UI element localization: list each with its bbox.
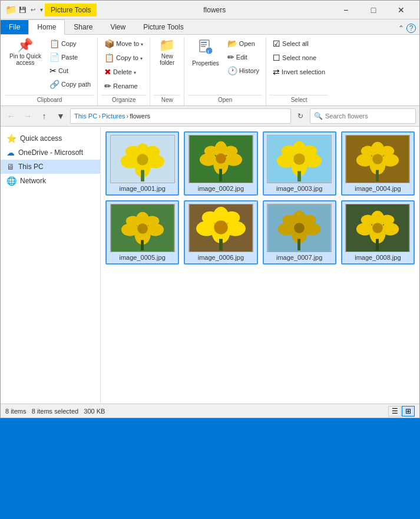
file-name: image_0008.jpg bbox=[355, 254, 401, 261]
delete-button[interactable]: ✖ Delete ▾ bbox=[101, 65, 146, 78]
close-button[interactable]: ✕ bbox=[388, 2, 415, 18]
pin-to-quick-access-button[interactable]: 📌 Pin to Quickaccess bbox=[5, 37, 45, 68]
invert-selection-button[interactable]: ⇄ Invert selection bbox=[270, 65, 328, 78]
forward-button[interactable]: → bbox=[21, 109, 35, 123]
delete-icon: ✖ bbox=[104, 67, 111, 77]
svg-rect-23 bbox=[219, 169, 222, 181]
maximize-button[interactable]: □ bbox=[360, 2, 387, 18]
ribbon-group-new: 📁 Newfolder New bbox=[150, 37, 184, 105]
file-item[interactable]: image_0007.jpg bbox=[263, 200, 336, 265]
minimize-button[interactable]: − bbox=[332, 2, 359, 18]
svg-point-48 bbox=[145, 216, 159, 227]
ribbon-collapse-button[interactable]: ⌃ bbox=[398, 24, 404, 32]
file-thumbnail bbox=[188, 204, 253, 252]
svg-rect-77 bbox=[376, 239, 379, 251]
up-button[interactable]: ↑ bbox=[37, 109, 51, 123]
tab-picture-tools[interactable]: Picture Tools bbox=[134, 19, 192, 35]
tab-view[interactable]: View bbox=[101, 19, 134, 35]
ribbon: 📌 Pin to Quickaccess 📋 Copy 📄 Paste ✂ Cu… bbox=[1, 35, 419, 106]
breadcrumb-pc[interactable]: This PC bbox=[74, 113, 97, 120]
edit-button[interactable]: ✏ Edit bbox=[224, 51, 262, 64]
refresh-button[interactable]: ↻ bbox=[293, 109, 307, 123]
breadcrumb-flowers[interactable]: flowers bbox=[130, 113, 150, 120]
file-item[interactable]: image_0003.jpg bbox=[263, 131, 336, 196]
history-icon: 🕐 bbox=[227, 66, 237, 75]
back-button[interactable]: ← bbox=[4, 109, 18, 123]
svg-point-63 bbox=[278, 223, 295, 235]
title-bar: 📁 💾 ↩ ▾ Picture Tools flowers − □ ✕ bbox=[1, 1, 419, 19]
recent-locations-button[interactable]: ▼ bbox=[54, 109, 68, 123]
file-thumbnail bbox=[345, 204, 410, 252]
copy-icon: 📋 bbox=[49, 39, 59, 48]
file-item[interactable]: image_0001.jpg bbox=[105, 131, 179, 196]
manage-tab-title: Picture Tools bbox=[45, 4, 97, 16]
svg-point-30 bbox=[302, 146, 317, 157]
tab-share[interactable]: Share bbox=[65, 19, 101, 35]
copy-to-button[interactable]: 📋 Copy to ▾ bbox=[101, 51, 146, 64]
copy-path-button[interactable]: 🔗 Copy path bbox=[47, 78, 94, 91]
paste-button[interactable]: 📄 Paste bbox=[47, 51, 94, 64]
svg-point-39 bbox=[381, 146, 394, 157]
qat-save[interactable]: 💾 bbox=[17, 5, 28, 14]
svg-point-20 bbox=[204, 146, 218, 157]
svg-point-58 bbox=[214, 220, 227, 234]
rename-icon: ✏ bbox=[104, 81, 111, 91]
sidebar-item-onedrive[interactable]: ☁ OneDrive - Microsoft bbox=[1, 146, 100, 160]
file-grid: image_0001.jpg bbox=[105, 131, 415, 265]
svg-point-75 bbox=[381, 215, 394, 226]
qat-undo[interactable]: ↩ bbox=[29, 5, 37, 14]
edit-icon: ✏ bbox=[227, 52, 234, 62]
file-thumbnail bbox=[267, 204, 332, 252]
copy-button[interactable]: 📋 Copy bbox=[47, 37, 94, 50]
breadcrumb-pictures[interactable]: Pictures bbox=[102, 113, 125, 120]
open-button[interactable]: 📂 Open bbox=[224, 37, 262, 50]
file-thumbnail bbox=[188, 135, 253, 183]
status-bar: 8 items 8 items selected 300 KB ☰ ⊞ bbox=[1, 404, 419, 418]
large-icons-view-button[interactable]: ⊞ bbox=[402, 406, 415, 416]
search-icon: 🔍 bbox=[314, 112, 323, 120]
search-box[interactable]: 🔍 bbox=[310, 108, 416, 124]
file-item[interactable]: image_0005.jpg bbox=[105, 200, 179, 265]
select-all-button[interactable]: ☑ Select all bbox=[270, 37, 328, 50]
sidebar-item-this-pc[interactable]: 🖥 This PC bbox=[1, 160, 100, 174]
properties-icon: i bbox=[197, 39, 214, 59]
svg-point-72 bbox=[356, 223, 373, 235]
onedrive-icon: ☁ bbox=[6, 148, 15, 157]
move-to-button[interactable]: 📦 Move to ▾ bbox=[101, 37, 146, 50]
qat-dropdown[interactable]: ▾ bbox=[38, 5, 45, 14]
svg-point-12 bbox=[145, 146, 160, 158]
svg-rect-32 bbox=[297, 171, 301, 181]
properties-button[interactable]: i Properties bbox=[188, 37, 223, 68]
svg-rect-3 bbox=[201, 46, 206, 47]
tab-file[interactable]: File bbox=[1, 20, 28, 34]
svg-point-29 bbox=[282, 146, 296, 157]
svg-rect-1 bbox=[201, 42, 207, 43]
invert-icon: ⇄ bbox=[273, 67, 280, 77]
svg-point-22 bbox=[216, 153, 226, 164]
file-item[interactable]: image_0006.jpg bbox=[184, 200, 257, 265]
file-thumbnail bbox=[267, 135, 332, 183]
file-item[interactable]: image_0004.jpg bbox=[341, 131, 415, 196]
svg-point-67 bbox=[294, 223, 305, 233]
svg-point-74 bbox=[361, 215, 375, 226]
select-none-button[interactable]: ☐ Select none bbox=[270, 51, 328, 64]
ribbon-group-open: i Properties 📂 Open ✏ Edit 🕐 bbox=[184, 37, 266, 105]
search-input[interactable] bbox=[325, 113, 402, 120]
help-button[interactable]: ? bbox=[406, 24, 416, 33]
tab-home[interactable]: Home bbox=[28, 19, 65, 35]
quick-access-icon: ⭐ bbox=[6, 134, 16, 143]
select-none-icon: ☐ bbox=[273, 53, 280, 62]
file-name: image_0004.jpg bbox=[355, 185, 401, 192]
new-folder-button[interactable]: 📁 Newfolder bbox=[154, 37, 180, 68]
cut-button[interactable]: ✂ Cut bbox=[47, 64, 94, 77]
rename-button[interactable]: ✏ Rename bbox=[101, 80, 146, 92]
file-area: ⭐ Quick access ☁ OneDrive - Microsoft 🖥 … bbox=[1, 127, 419, 404]
sidebar-item-network[interactable]: 🌐 Network bbox=[1, 174, 100, 188]
details-view-button[interactable]: ☰ bbox=[388, 406, 401, 416]
file-item[interactable]: image_0002.jpg bbox=[184, 131, 257, 196]
view-toggle-buttons: ☰ ⊞ bbox=[388, 406, 415, 416]
history-button[interactable]: 🕐 History bbox=[224, 64, 262, 77]
sidebar-item-quick-access[interactable]: ⭐ Quick access bbox=[1, 131, 100, 146]
svg-rect-68 bbox=[297, 239, 300, 251]
file-item[interactable]: image_0008.jpg bbox=[341, 200, 415, 265]
